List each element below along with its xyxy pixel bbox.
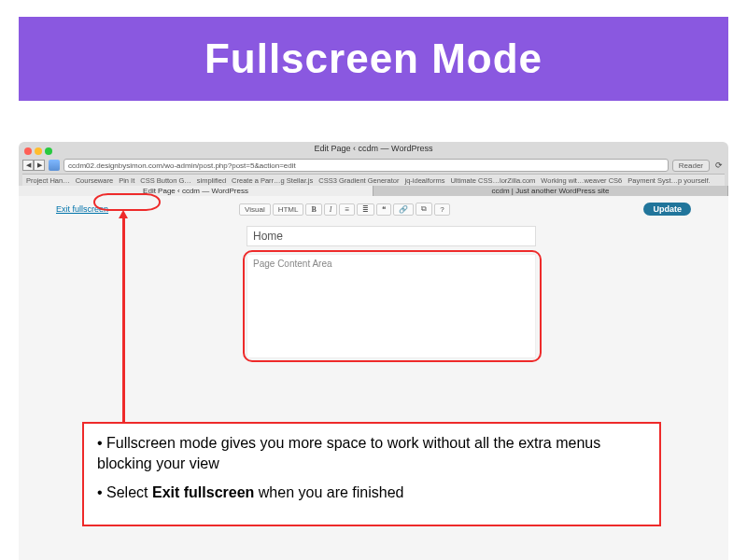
link-button[interactable]: 🔗 [393,203,414,216]
traffic-lights [24,147,52,155]
bookmark-item[interactable]: Ultimate CSS…lorZilla.com [450,176,535,185]
editor-buttons: Visual HTML B I ≡ ≣ ❝ 🔗 ⧉ ? [239,203,450,216]
bookmark-item[interactable]: Project Han… [26,176,70,185]
slide-title-bar: Fullscreen Mode [19,17,728,101]
slide-title: Fullscreen Mode [204,35,543,82]
help-button[interactable]: ? [434,203,449,216]
bookmark-item[interactable]: CSS Button G… [140,176,191,185]
navigation-row: ◀ ▶ ccdm02.designbysimon.com/wo-admin/po… [22,159,725,172]
exit-fullscreen-link[interactable]: Exit fullscreen [56,204,108,214]
forward-button[interactable]: ▶ [34,160,45,171]
url-bar[interactable]: ccdm02.designbysimon.com/wo-admin/post.p… [63,159,669,172]
quote-button[interactable]: ❝ [376,203,391,216]
zoom-icon[interactable] [45,147,52,155]
italic-button[interactable]: I [324,203,338,216]
bookmark-item[interactable]: simplified [197,176,226,185]
ol-button[interactable]: ≣ [357,203,374,216]
tab-visual[interactable]: Visual [239,203,271,216]
bookmark-item[interactable]: Courseware [76,176,113,185]
note-bullet-2: • Select Exit fullscreen when you are fi… [97,483,646,503]
editor-toolbar: Exit fullscreen Visual HTML B I ≡ ≣ ❝ 🔗 … [19,198,728,220]
note-bullet-2-prefix: • Select [97,484,152,500]
ul-button[interactable]: ≡ [339,203,355,216]
bookmark-item[interactable]: CSS3 Gradient Generator [318,176,399,185]
nav-arrows: ◀ ▶ [22,160,45,171]
bookmark-item[interactable]: Payment Syst…p yourself. [627,176,710,185]
back-button[interactable]: ◀ [22,160,34,171]
site-favicon-icon [49,160,60,171]
bookmark-item[interactable]: Working wit…weaver CS6 [541,176,622,185]
note-bullet-2-suffix: when you are finished [254,484,403,500]
image-button[interactable]: ⧉ [416,203,432,216]
note-bullet-1: • Fullscreen mode gives you more space t… [97,433,646,473]
bookmark-item[interactable]: Create a Parr…g Stellar.js [232,176,313,185]
bookmark-item[interactable]: jq-idealforms [405,176,445,185]
minimize-icon[interactable] [35,147,42,155]
tab-html[interactable]: HTML [273,203,304,216]
note-bullet-2-bold: Exit fullscreen [152,484,254,500]
reader-button[interactable]: Reader [672,160,710,172]
page-content-textarea[interactable]: Page Content Area [247,254,536,358]
reload-icon[interactable]: ⟳ [713,160,725,171]
browser-chrome: Edit Page ‹ ccdm — WordPress ◀ ▶ ccdm02.… [19,142,728,196]
window-title: Edit Page ‹ ccdm — WordPress [19,142,728,153]
page-title-input[interactable]: Home [247,226,536,246]
update-button[interactable]: Update [643,203,691,216]
bold-button[interactable]: B [305,203,321,216]
annotation-note-box: • Fullscreen mode gives you more space t… [82,422,661,526]
close-icon[interactable] [24,147,32,155]
bookmark-item[interactable]: Pin It [119,176,134,185]
